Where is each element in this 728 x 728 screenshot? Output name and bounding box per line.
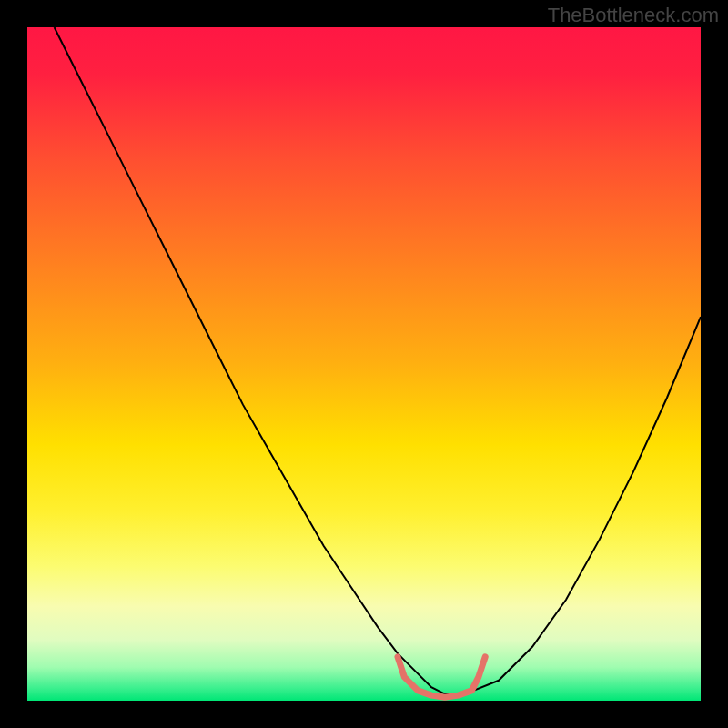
chart-container: TheBottleneck.com [0,0,728,728]
watermark-text: TheBottleneck.com [548,4,719,27]
plot-background [27,27,701,701]
bottleneck-chart [0,0,728,728]
